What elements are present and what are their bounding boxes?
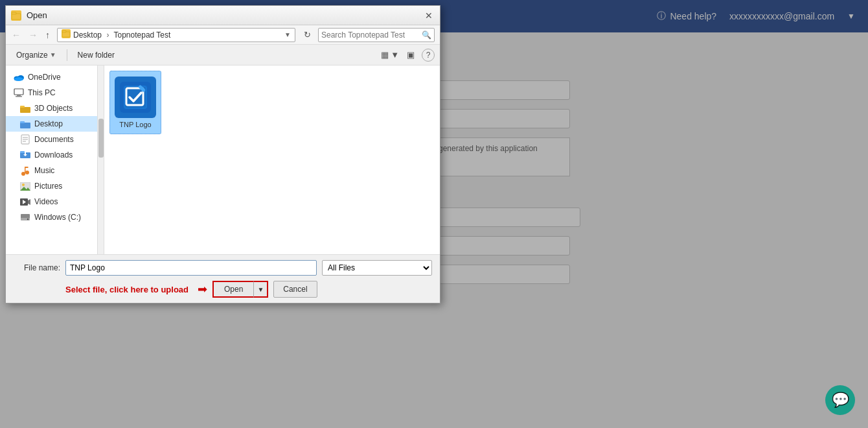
chat-bubble[interactable]: 💬 [825, 385, 855, 415]
file-name-tnp: TNP Logo [119, 121, 151, 128]
sidebar-label-3d-objects: 3D Objects [34, 104, 73, 113]
svg-rect-14 [20, 123, 30, 128]
pictures-icon [20, 181, 30, 191]
svg-rect-10 [17, 95, 21, 96]
sidebar-label-windows-c: Windows (C:) [34, 213, 81, 222]
svg-rect-13 [20, 106, 25, 108]
nav-refresh-button[interactable]: ↻ [301, 28, 314, 42]
sidebar-label-music: Music [34, 166, 54, 175]
sidebar-label-onedrive: OneDrive [28, 73, 61, 82]
dialog-titlebar: Open ✕ [6, 6, 440, 25]
svg-rect-15 [20, 121, 25, 123]
file-open-dialog: Open ✕ ← → ↑ Desktop › Topnotepad Test ▼… [5, 5, 440, 303]
3d-objects-icon [20, 103, 30, 113]
filename-row: File name: All Files [14, 260, 432, 276]
downloads-icon [20, 150, 30, 160]
videos-icon [20, 196, 30, 207]
filename-input[interactable] [65, 260, 317, 276]
search-icon: 🔍 [422, 30, 431, 40]
svg-point-36 [27, 219, 29, 220]
svg-rect-1 [12, 14, 21, 19]
breadcrumb-bar[interactable]: Desktop › Topnotepad Test ▼ [57, 28, 295, 42]
toolbar-separator [67, 49, 67, 61]
action-row: Select file, click here to upload ➡ Open… [14, 281, 432, 298]
nav-up-button[interactable]: ↑ [42, 28, 53, 42]
drive-icon [20, 212, 30, 222]
sidebar-item-videos[interactable]: Videos [6, 194, 104, 209]
dialog-nav: ← → ↑ Desktop › Topnotepad Test ▼ ↻ 🔍 [6, 25, 440, 45]
svg-marker-32 [28, 199, 30, 205]
sidebar-item-3d-objects[interactable]: 3D Objects [6, 101, 104, 116]
dialog-title: Open [27, 10, 47, 20]
sidebar-scrollbar[interactable] [97, 65, 104, 254]
sidebar-item-pictures[interactable]: Pictures [6, 178, 104, 194]
nav-back-button[interactable]: ← [8, 28, 24, 42]
breadcrumb-text: Desktop › Topnotepad Test [73, 30, 170, 40]
this-pc-icon [14, 88, 24, 98]
organize-button[interactable]: Organize ▼ [11, 49, 62, 62]
tnp-logo-icon [115, 77, 156, 118]
desktop-icon [20, 119, 30, 129]
sidebar-label-desktop: Desktop [34, 119, 63, 128]
svg-rect-21 [20, 151, 25, 153]
dialog-toolbar: Organize ▼ New folder ▦ ▼ ▣ ? [6, 45, 440, 65]
svg-point-8 [14, 77, 23, 81]
svg-rect-5 [62, 30, 66, 32]
documents-icon [20, 134, 30, 145]
filetype-select[interactable]: All Files [322, 260, 432, 276]
upload-hint-text: Select file, click here to upload [65, 285, 188, 294]
sidebar-item-documents[interactable]: Documents [6, 132, 104, 147]
dialog-title-icon [11, 10, 21, 21]
svg-rect-27 [25, 167, 29, 168]
dialog-main: OneDrive This PC 3D Objects Desktop [6, 65, 440, 254]
file-item-tnp-logo[interactable]: TNP Logo [109, 71, 161, 134]
dialog-help-button[interactable]: ? [422, 49, 435, 62]
sidebar-label-pictures: Pictures [34, 182, 62, 191]
sidebar-label-documents: Documents [34, 135, 74, 144]
organize-dropdown-icon: ▼ [50, 51, 56, 58]
sidebar-label-videos: Videos [34, 197, 58, 206]
sidebar-item-downloads[interactable]: Downloads [6, 147, 104, 163]
breadcrumb-separator: › [106, 30, 109, 40]
svg-rect-11 [16, 96, 22, 97]
filename-label: File name: [14, 263, 60, 272]
sidebar-item-windows-c[interactable]: Windows (C:) [6, 209, 104, 225]
sidebar-item-onedrive[interactable]: OneDrive [6, 69, 104, 85]
dialog-close-button[interactable]: ✕ [423, 10, 435, 21]
search-bar: 🔍 [318, 28, 435, 42]
cancel-button[interactable]: Cancel [273, 281, 317, 298]
dialog-bottom: File name: All Files Select file, click … [6, 254, 440, 303]
sidebar-item-desktop[interactable]: Desktop [6, 116, 104, 132]
nav-forward-button[interactable]: → [25, 28, 41, 42]
search-input[interactable] [321, 30, 422, 40]
breadcrumb-dropdown[interactable]: ▼ [284, 31, 291, 38]
chat-icon: 💬 [832, 392, 849, 409]
svg-rect-2 [12, 12, 16, 14]
sidebar-label-downloads: Downloads [34, 150, 73, 160]
sidebar-item-this-pc[interactable]: This PC [6, 85, 104, 101]
svg-point-29 [22, 184, 25, 186]
new-folder-button[interactable]: New folder [73, 49, 120, 62]
onedrive-icon [14, 72, 24, 82]
sidebar-item-music[interactable]: Music [6, 163, 104, 178]
breadcrumb-icon [62, 29, 71, 40]
sidebar-label-this-pc: This PC [28, 88, 56, 97]
view-toggle-button[interactable]: ▦ ▼ [378, 48, 403, 62]
view-dropdown-icon: ▼ [391, 50, 399, 60]
arrow-right-icon: ➡ [198, 282, 207, 296]
open-button-group: Open ▼ [212, 281, 268, 298]
svg-rect-23 [25, 152, 26, 154]
dialog-sidebar: OneDrive This PC 3D Objects Desktop [6, 65, 104, 254]
svg-rect-12 [20, 107, 30, 113]
sidebar-scroll-thumb [98, 119, 104, 158]
svg-rect-9 [14, 89, 23, 95]
open-dropdown-button[interactable]: ▼ [253, 281, 268, 298]
dialog-files-area[interactable]: TNP Logo [104, 65, 440, 254]
view-grid-icon: ▦ [381, 50, 389, 60]
pane-toggle-button[interactable]: ▣ [404, 48, 418, 62]
open-button[interactable]: Open [212, 281, 253, 298]
music-icon [20, 165, 30, 176]
svg-point-25 [25, 171, 29, 174]
